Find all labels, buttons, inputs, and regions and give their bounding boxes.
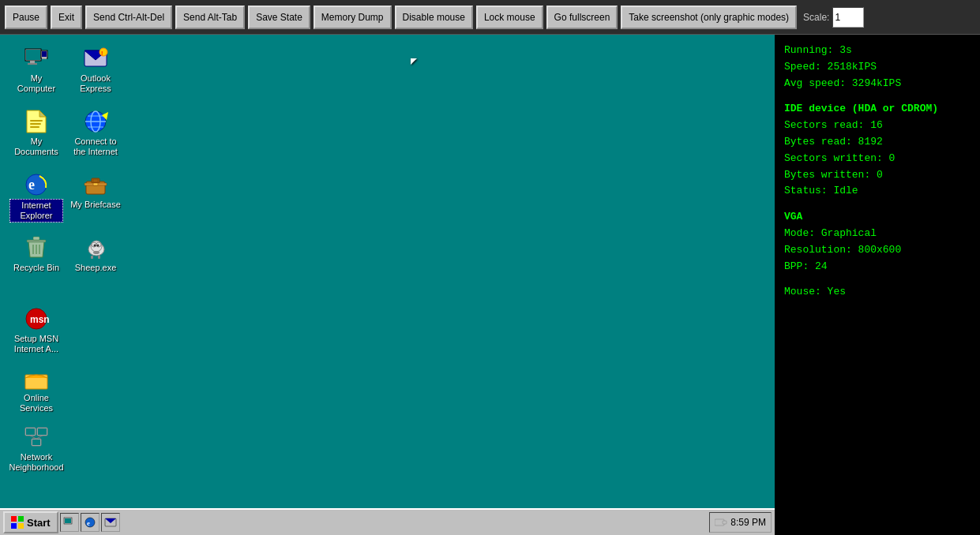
- internet-explorer-icon: e: [24, 172, 49, 197]
- speed-text: Speed: 2518kIPS: [784, 59, 971, 76]
- avg-speed-text: Avg speed: 3294kIPS: [784, 76, 971, 92]
- mouse-text: Mouse: Yes: [784, 284, 971, 301]
- my-computer-icon: [24, 46, 49, 71]
- emulator-screen[interactable]: My Computer ! Outlook Express: [0, 35, 775, 535]
- connect-internet-icon: [83, 109, 108, 134]
- internet-explorer-label: Internet Explorer: [9, 199, 63, 223]
- taskbar: Start e: [0, 508, 775, 535]
- network-neighborhood-icon: [24, 425, 49, 450]
- svg-rect-3: [28, 63, 37, 65]
- clock: 8:59 PM: [730, 517, 766, 528]
- my-briefcase-icon: [83, 172, 108, 197]
- svg-rect-1: [26, 50, 40, 60]
- bytes-read-text: Bytes read: 8192: [784, 134, 971, 151]
- desktop-icon-my-documents[interactable]: My Documents: [8, 106, 65, 161]
- go-fullscreen-button[interactable]: Go fullscreen: [546, 6, 618, 29]
- send-ctrl-alt-del-button[interactable]: Send Ctrl-Alt-Del: [85, 6, 172, 29]
- svg-rect-49: [32, 440, 40, 445]
- scale-input[interactable]: [832, 7, 864, 28]
- svg-line-50: [30, 436, 36, 439]
- sheep-exe-label: Sheep.exe: [73, 262, 118, 274]
- taskbar-icon-2[interactable]: e: [81, 513, 100, 532]
- my-briefcase-label: My Briefcase: [69, 199, 122, 211]
- svg-rect-30: [27, 240, 46, 242]
- desktop-icon-recycle-bin[interactable]: Recycle Bin: [8, 232, 65, 277]
- my-documents-icon: [24, 109, 49, 134]
- desktop-icon-connect-internet[interactable]: Connect to the Internet: [67, 106, 124, 161]
- network-neighborhood-label: Network Neighborhood: [7, 451, 65, 473]
- exit-button[interactable]: Exit: [51, 6, 82, 29]
- online-services-label: Online Services: [9, 392, 63, 414]
- take-screenshot-button[interactable]: Take screenshot (only graphic modes): [621, 6, 797, 29]
- online-services-icon: [24, 365, 49, 391]
- svg-rect-15: [30, 126, 39, 128]
- send-alt-tab-button[interactable]: Send Alt-Tab: [175, 6, 245, 29]
- svg-rect-37: [91, 256, 93, 259]
- setup-msn-icon: msn: [24, 306, 49, 331]
- svg-rect-53: [18, 516, 24, 522]
- svg-rect-45: [26, 428, 35, 435]
- svg-text:e: e: [87, 519, 90, 527]
- disable-mouse-button[interactable]: Disable mouse: [395, 6, 473, 29]
- svg-text:!: !: [101, 51, 103, 56]
- taskbar-clock: 8:59 PM: [709, 512, 772, 533]
- desktop-icon-outlook-express[interactable]: ! Outlook Express: [67, 43, 124, 98]
- outlook-express-icon: !: [83, 46, 108, 71]
- svg-rect-13: [30, 120, 43, 122]
- sectors-read-text: Sectors read: 16: [784, 118, 971, 134]
- svg-line-51: [36, 436, 43, 439]
- windows-logo-icon: [11, 516, 24, 529]
- desktop-icon-my-computer[interactable]: My Computer: [8, 43, 65, 98]
- memory-dump-button[interactable]: Memory Dump: [314, 6, 392, 29]
- svg-rect-57: [65, 518, 71, 523]
- ide-section-header: IDE device (HDA or CDROM): [784, 101, 971, 118]
- svg-rect-52: [11, 516, 17, 522]
- svg-rect-6: [42, 58, 47, 59]
- svg-rect-63: [723, 521, 727, 524]
- recycle-bin-icon: [24, 235, 49, 260]
- taskbar-icon-3[interactable]: [101, 513, 120, 532]
- desktop-icon-sheep-exe[interactable]: Sheep.exe: [67, 232, 124, 277]
- scale-label: Scale:: [803, 12, 829, 23]
- my-documents-label: My Documents: [9, 136, 63, 158]
- desktop-icon-online-services[interactable]: Online Services: [8, 362, 65, 417]
- system-tray-icon: [715, 516, 727, 529]
- info-panel: Running: 3s Speed: 2518kIPS Avg speed: 3…: [775, 35, 980, 535]
- bytes-written-text: Bytes written: 0: [784, 167, 971, 184]
- mouse-cursor: [411, 58, 423, 65]
- taskbar-icon-1[interactable]: [60, 513, 79, 532]
- svg-rect-47: [38, 428, 47, 435]
- pause-button[interactable]: Pause: [5, 6, 47, 29]
- mode-text: Mode: Graphical: [784, 226, 971, 242]
- svg-rect-14: [30, 123, 41, 125]
- save-state-button[interactable]: Save State: [248, 6, 310, 29]
- svg-marker-12: [39, 110, 46, 117]
- svg-text:e: e: [28, 177, 35, 193]
- svg-rect-2: [30, 61, 35, 63]
- sectors-written-text: Sectors written: 0: [784, 151, 971, 167]
- desktop-icon-my-briefcase[interactable]: My Briefcase: [67, 169, 124, 214]
- lock-mouse-button[interactable]: Lock mouse: [476, 6, 543, 29]
- running-text: Running: 3s: [784, 43, 971, 59]
- resolution-text: Resolution: 800x600: [784, 242, 971, 259]
- outlook-express-label: Outlook Express: [69, 73, 122, 95]
- start-button[interactable]: Start: [3, 511, 58, 533]
- desktop-icon-network-neighborhood[interactable]: Network Neighborhood: [8, 421, 65, 477]
- svg-text:msn: msn: [30, 314, 49, 325]
- my-computer-label: My Computer: [9, 73, 63, 95]
- vga-section-header: VGA: [784, 209, 971, 226]
- svg-point-39: [94, 245, 96, 247]
- svg-point-36: [93, 251, 100, 254]
- svg-rect-5: [42, 51, 47, 57]
- desktop-icon-setup-msn[interactable]: msn Setup MSN Internet A...: [8, 303, 65, 358]
- desktop[interactable]: My Computer ! Outlook Express: [0, 35, 775, 508]
- main-area: My Computer ! Outlook Express: [0, 35, 980, 535]
- svg-rect-28: [93, 183, 98, 185]
- svg-rect-54: [11, 523, 17, 529]
- toolbar: Pause Exit Send Ctrl-Alt-Del Send Alt-Ta…: [0, 0, 980, 35]
- svg-rect-31: [33, 237, 39, 240]
- setup-msn-label: Setup MSN Internet A...: [9, 333, 63, 355]
- desktop-icon-internet-explorer[interactable]: e Internet Explorer: [8, 169, 65, 226]
- svg-rect-55: [18, 523, 24, 529]
- bpp-text: BPP: 24: [784, 259, 971, 275]
